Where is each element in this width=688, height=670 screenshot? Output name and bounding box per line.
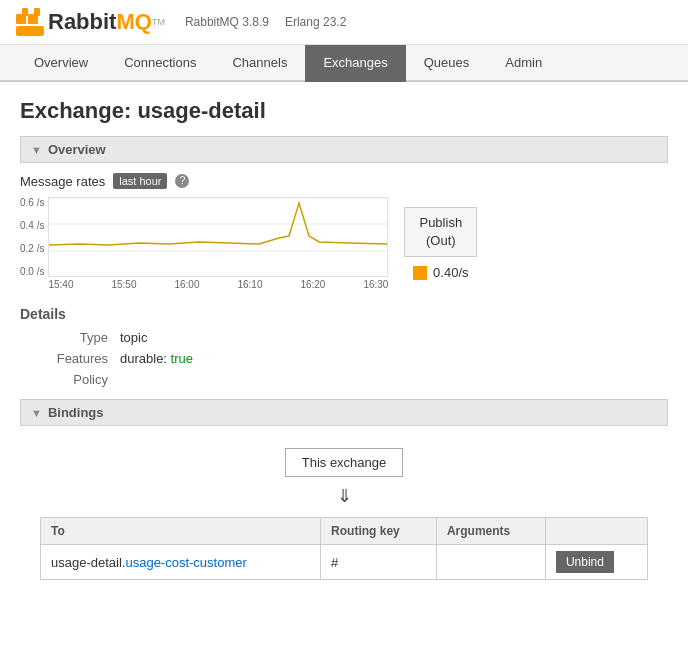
overview-toggle-icon[interactable]: ▼ bbox=[31, 144, 42, 156]
durable-true-value: true bbox=[171, 351, 193, 366]
publish-out-button[interactable]: Publish (Out) bbox=[404, 207, 477, 257]
bindings-section: ▼ Bindings This exchange ⇓ To Routing ke… bbox=[20, 399, 668, 592]
graph-y-axis: 0.6 /s 0.4 /s 0.2 /s 0.0 /s bbox=[20, 197, 44, 277]
binding-routing-key: # bbox=[321, 545, 437, 580]
x-label-1610: 16:10 bbox=[237, 279, 262, 290]
main-nav: Overview Connections Channels Exchanges … bbox=[0, 45, 688, 82]
main-content: Exchange: usage-detail ▼ Overview Messag… bbox=[0, 82, 688, 608]
logo-rabbit-text: Rabbit bbox=[48, 9, 116, 35]
detail-row-type: Type topic bbox=[40, 330, 668, 345]
overview-section-title: Overview bbox=[48, 142, 106, 157]
nav-channels[interactable]: Channels bbox=[214, 45, 305, 82]
details-section: Details Type topic Features durable: tru… bbox=[20, 306, 668, 387]
help-icon[interactable]: ? bbox=[175, 174, 189, 188]
this-exchange-button[interactable]: This exchange bbox=[285, 448, 404, 477]
bindings-section-header: ▼ Bindings bbox=[20, 399, 668, 426]
x-label-1540: 15:40 bbox=[48, 279, 73, 290]
col-header-to: To bbox=[41, 518, 321, 545]
chart-x-labels: 15:40 15:50 16:00 16:10 16:20 16:30 bbox=[48, 277, 388, 290]
nav-queues[interactable]: Queues bbox=[406, 45, 488, 82]
message-rates-row: Message rates last hour ? bbox=[20, 173, 668, 189]
bindings-body: This exchange ⇓ To Routing key Arguments… bbox=[20, 436, 668, 592]
logo: RabbitMQTM bbox=[16, 8, 165, 36]
y-label-02: 0.2 /s bbox=[20, 243, 44, 254]
detail-label-type: Type bbox=[40, 330, 120, 345]
svg-rect-4 bbox=[16, 26, 44, 36]
publish-rate: 0.40/s bbox=[413, 265, 468, 280]
detail-row-policy: Policy bbox=[40, 372, 668, 387]
overview-section-header: ▼ Overview bbox=[20, 136, 668, 163]
unbind-button[interactable]: Unbind bbox=[556, 551, 614, 573]
y-label-06: 0.6 /s bbox=[20, 197, 44, 208]
erlang-label: Erlang 23.2 bbox=[285, 15, 346, 29]
bindings-table: To Routing key Arguments usage-detail.us… bbox=[40, 517, 648, 580]
y-label-00: 0.0 /s bbox=[20, 266, 44, 277]
bindings-table-header-row: To Routing key Arguments bbox=[41, 518, 648, 545]
detail-label-features: Features bbox=[40, 351, 120, 366]
rate-value: 0.40/s bbox=[433, 265, 468, 280]
y-label-04: 0.4 /s bbox=[20, 220, 44, 231]
time-badge[interactable]: last hour bbox=[113, 173, 167, 189]
graph-svg-wrap: 15:40 15:50 16:00 16:10 16:20 16:30 bbox=[48, 197, 388, 290]
chart-wrapper: 0.6 /s 0.4 /s 0.2 /s 0.0 /s bbox=[20, 197, 388, 290]
nav-overview[interactable]: Overview bbox=[16, 45, 106, 82]
nav-admin[interactable]: Admin bbox=[487, 45, 560, 82]
publish-stats: Publish (Out) 0.40/s bbox=[404, 197, 477, 280]
nav-exchanges[interactable]: Exchanges bbox=[305, 45, 405, 82]
exchange-name: usage-detail bbox=[137, 98, 265, 123]
x-label-1620: 16:20 bbox=[300, 279, 325, 290]
detail-row-features: Features durable: true bbox=[40, 351, 668, 366]
publish-label-line1: Publish bbox=[419, 215, 462, 230]
detail-label-policy: Policy bbox=[40, 372, 120, 387]
binding-dest-link[interactable]: usage-cost-customer bbox=[125, 555, 246, 570]
version-label: RabbitMQ 3.8.9 bbox=[185, 15, 269, 29]
page-title: Exchange: usage-detail bbox=[20, 98, 668, 124]
binding-dest-prefix: usage-detail. bbox=[51, 555, 125, 570]
col-header-arguments: Arguments bbox=[436, 518, 545, 545]
bindings-section-title: Bindings bbox=[48, 405, 104, 420]
detail-value-features: durable: true bbox=[120, 351, 193, 366]
details-title: Details bbox=[20, 306, 668, 322]
logo-tm-text: TM bbox=[152, 17, 165, 27]
chart-container: 0.6 /s 0.4 /s 0.2 /s 0.0 /s bbox=[20, 197, 668, 290]
col-header-routing-key: Routing key bbox=[321, 518, 437, 545]
publish-label-line2: (Out) bbox=[426, 233, 456, 248]
rate-color-dot bbox=[413, 266, 427, 280]
chart-svg bbox=[48, 197, 388, 277]
this-exchange-wrap: This exchange bbox=[40, 448, 648, 477]
svg-rect-2 bbox=[22, 8, 28, 16]
binding-arguments bbox=[436, 545, 545, 580]
binding-actions: Unbind bbox=[545, 545, 647, 580]
x-label-1550: 15:50 bbox=[111, 279, 136, 290]
message-rates-label: Message rates bbox=[20, 174, 105, 189]
details-table: Type topic Features durable: true Policy bbox=[40, 330, 668, 387]
binding-row: usage-detail.usage-cost-customer # Unbin… bbox=[41, 545, 648, 580]
detail-value-type: topic bbox=[120, 330, 147, 345]
rabbitmq-logo-icon bbox=[16, 8, 44, 36]
graph-outer: 0.6 /s 0.4 /s 0.2 /s 0.0 /s bbox=[20, 197, 388, 290]
logo-mq-text: MQ bbox=[116, 9, 151, 35]
nav-connections[interactable]: Connections bbox=[106, 45, 214, 82]
x-label-1630: 16:30 bbox=[363, 279, 388, 290]
arrow-down: ⇓ bbox=[40, 485, 648, 507]
binding-to: usage-detail.usage-cost-customer bbox=[41, 545, 321, 580]
header: RabbitMQTM RabbitMQ 3.8.9 Erlang 23.2 bbox=[0, 0, 688, 45]
col-header-actions bbox=[545, 518, 647, 545]
bindings-toggle-icon[interactable]: ▼ bbox=[31, 407, 42, 419]
svg-rect-3 bbox=[34, 8, 40, 16]
x-label-1600: 16:00 bbox=[174, 279, 199, 290]
